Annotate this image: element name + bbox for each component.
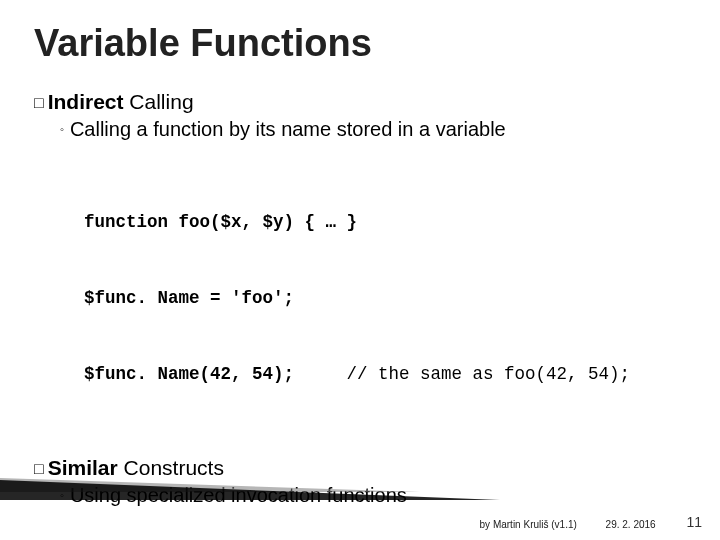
- code-line-left: $func. Name(42, 54);: [84, 364, 294, 384]
- code-block-1: function foo($x, $y) { … } $func. Name =…: [84, 159, 686, 438]
- square-bullet-icon: □: [34, 94, 48, 111]
- heading-rest: Constructs: [124, 456, 224, 479]
- heading-rest: Calling: [129, 90, 193, 113]
- section-indirect-calling: □Indirect Calling ◦Calling a function by…: [34, 87, 686, 439]
- code-line: $func. Name = 'foo';: [84, 288, 294, 308]
- diamond-bullet-icon: ◦: [60, 123, 70, 135]
- slide-title: Variable Functions: [34, 22, 686, 65]
- code-spacer: [294, 364, 347, 384]
- slide: Variable Functions □Indirect Calling ◦Ca…: [0, 0, 720, 540]
- code-line: function foo($x, $y) { … }: [84, 212, 357, 232]
- bullet-heading-1: □Indirect Calling: [34, 87, 686, 116]
- decorative-triangle-black: [0, 480, 500, 500]
- code-comment: // the same as foo(42, 54);: [347, 364, 631, 384]
- square-bullet-icon: □: [34, 460, 48, 477]
- sub-text-1: Calling a function by its name stored in…: [70, 118, 506, 140]
- footer-date: 29. 2. 2016: [606, 519, 656, 530]
- footer-page-number: 11: [686, 514, 702, 530]
- heading-bold-part: Similar: [48, 456, 124, 479]
- heading-bold-part: Indirect: [48, 90, 130, 113]
- footer-author: by Martin Kruliš (v1.1): [480, 519, 577, 530]
- footer: by Martin Kruliš (v1.1) 29. 2. 2016 11: [0, 514, 702, 530]
- sub-bullet-1: ◦Calling a function by its name stored i…: [60, 118, 686, 141]
